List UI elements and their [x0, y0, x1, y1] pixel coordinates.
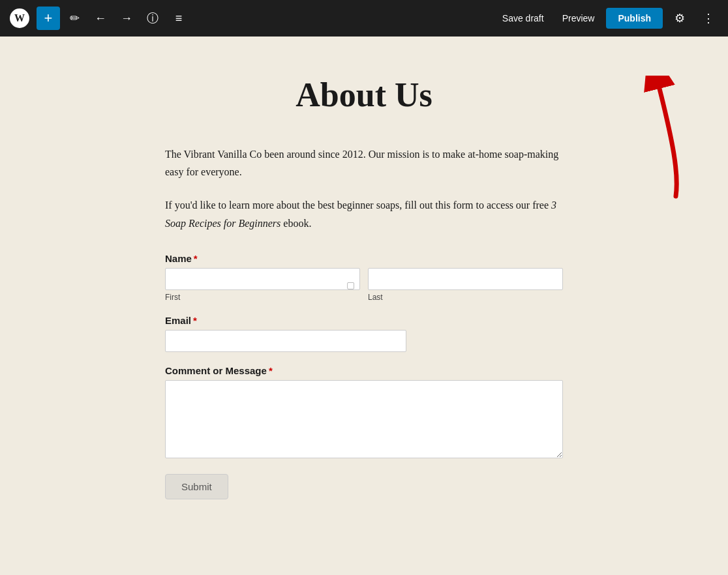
plus-icon: + [44, 10, 53, 27]
last-name-sublabel: Last [368, 293, 563, 302]
paragraph2-prefix: If you'd like to learn more about the be… [165, 199, 551, 211]
page-title: About Us [165, 76, 563, 114]
settings-button[interactable]: ⚙ [668, 7, 691, 30]
message-required-star: * [269, 365, 273, 376]
more-options-button[interactable]: ⋮ [697, 7, 720, 30]
submit-button[interactable]: Submit [165, 474, 228, 499]
pencil-icon: ✏ [70, 11, 80, 25]
name-row: ▢ First Last [165, 268, 563, 302]
gear-icon: ⚙ [675, 11, 685, 25]
email-label: Email* [165, 315, 563, 326]
name-required-star: * [194, 253, 198, 264]
svg-text:W: W [14, 12, 25, 23]
last-name-input[interactable] [368, 268, 563, 290]
edit-tool-button[interactable]: ✏ [63, 7, 86, 30]
ellipsis-vertical-icon: ⋮ [703, 11, 714, 25]
body-paragraph-2: If you'd like to learn more about the be… [165, 196, 563, 231]
preview-button[interactable]: Preview [556, 9, 601, 27]
list-view-button[interactable]: ≡ [167, 7, 190, 30]
name-label: Name* [165, 253, 563, 264]
page-body: The Vibrant Vanilla Co been around since… [165, 145, 563, 232]
paragraph2-suffix: ebook. [281, 218, 311, 229]
email-field-group: Email* [165, 315, 563, 352]
undo-icon: ← [95, 12, 106, 25]
info-button[interactable]: ⓘ [141, 7, 164, 30]
first-name-sublabel: First [165, 293, 360, 302]
name-field-icon: ▢ [346, 280, 355, 290]
list-icon: ≡ [175, 12, 183, 25]
message-field-group: Comment or Message* [165, 365, 563, 461]
page-content: About Us The Vibrant Vanilla Co been aro… [152, 37, 576, 552]
publish-button[interactable]: Publish [606, 8, 663, 29]
email-input[interactable] [165, 330, 406, 352]
last-name-wrap: Last [368, 268, 563, 302]
name-field-group: Name* ▢ First Last [165, 253, 563, 302]
undo-button[interactable]: ← [89, 7, 112, 30]
first-name-input[interactable] [165, 268, 360, 290]
redo-icon: → [121, 12, 132, 25]
wp-logo[interactable]: W [8, 7, 31, 30]
editor-area: About Us The Vibrant Vanilla Co been aro… [0, 37, 728, 575]
annotation-arrow [637, 76, 689, 202]
toolbar: W + ✏ ← → ⓘ ≡ Save draft Preview Publish… [0, 0, 728, 37]
message-textarea[interactable] [165, 380, 563, 458]
body-paragraph-1: The Vibrant Vanilla Co been around since… [165, 145, 563, 181]
add-block-button[interactable]: + [37, 7, 60, 30]
contact-form: Name* ▢ First Last Email* [165, 253, 563, 499]
email-required-star: * [193, 315, 197, 326]
message-label: Comment or Message* [165, 365, 563, 376]
info-icon: ⓘ [147, 10, 159, 26]
redo-button[interactable]: → [115, 7, 138, 30]
toolbar-right: Save draft Preview Publish ⚙ ⋮ [496, 7, 720, 30]
save-draft-button[interactable]: Save draft [496, 9, 551, 27]
first-name-wrap: ▢ First [165, 268, 360, 302]
